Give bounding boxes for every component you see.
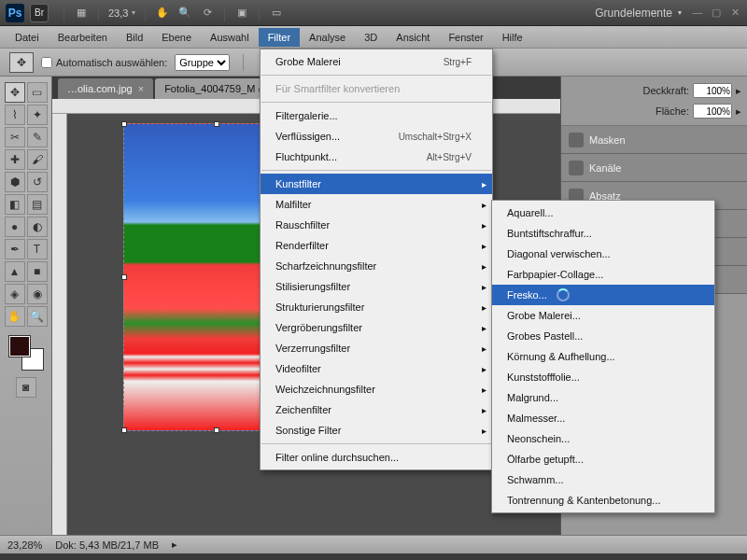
menuitem[interactable]: Verzerrungsfilter — [261, 338, 492, 358]
menuitem[interactable]: Neonschein... — [492, 428, 714, 449]
photoshop-icon: Ps — [6, 4, 24, 22]
menuitem[interactable]: Ölfarbe getupft... — [492, 449, 714, 469]
menuitem[interactable]: Grobe Malerei... — [492, 305, 714, 326]
menuitem[interactable]: Grobes Pastell... — [492, 326, 714, 346]
menuitem[interactable]: Filtergalerie... — [261, 105, 492, 126]
menu-ansicht[interactable]: Ansicht — [387, 28, 439, 47]
top-zoom-select[interactable]: 23,3 — [108, 7, 135, 19]
hand-tool[interactable]: ✋ — [5, 306, 25, 327]
quickmask-tool[interactable]: ◙ — [16, 377, 36, 398]
menu-auswahl[interactable]: Auswahl — [201, 28, 259, 47]
menuitem[interactable]: Malfilter — [261, 194, 492, 215]
status-doc-size[interactable]: Dok: 5,43 MB/21,7 MB — [55, 539, 159, 551]
shape-tool[interactable]: ■ — [27, 261, 48, 282]
menuitem[interactable]: Malmesser... — [492, 408, 714, 428]
bridge-icon[interactable]: Br — [30, 4, 49, 22]
fill-input[interactable] — [693, 104, 732, 119]
menuitem[interactable]: Kunststofffolie... — [492, 367, 714, 387]
screen-mode-icon[interactable]: ▭ — [267, 4, 286, 22]
menuitem[interactable]: Schwamm... — [492, 469, 714, 490]
menu-bearbeiten[interactable]: Bearbeiten — [49, 28, 117, 47]
gradient-tool[interactable]: ▤ — [27, 194, 48, 215]
zoom-tool-icon[interactable]: 🔍 — [176, 4, 194, 22]
menuitem[interactable]: Vergröberungsfilter — [261, 317, 492, 338]
menuitem[interactable]: Fresko... — [492, 285, 714, 305]
move-tool[interactable]: ✥ — [5, 82, 25, 103]
menuitem[interactable]: Stilisierungsfilter — [261, 276, 492, 297]
menuitem[interactable]: Zeichenfilter — [261, 399, 492, 420]
minimize-icon[interactable]: — — [691, 7, 704, 19]
auto-select-mode[interactable]: Gruppe — [175, 54, 230, 71]
menuitem[interactable]: Sonstige Filter — [261, 420, 492, 441]
hand-tool-icon[interactable]: ✋ — [153, 4, 172, 22]
magic-wand-tool[interactable]: ✦ — [27, 105, 48, 125]
menu-bild[interactable]: Bild — [117, 28, 152, 47]
zoom-tool[interactable]: 🔍 — [27, 306, 48, 327]
menuitem[interactable]: Buntstiftschraffur... — [492, 223, 714, 244]
menu-ebene[interactable]: Ebene — [152, 28, 201, 47]
color-swatches[interactable] — [9, 336, 43, 370]
close-icon[interactable]: × — [138, 83, 144, 94]
menu-3d[interactable]: 3D — [355, 28, 387, 47]
3d-tool[interactable]: ◈ — [5, 284, 25, 304]
menuitem[interactable]: Renderfilter — [261, 235, 492, 256]
crop-tool[interactable]: ✂ — [5, 127, 25, 147]
menuitem[interactable]: Verflüssigen...Umschalt+Strg+X — [261, 126, 492, 147]
chevron-right-icon[interactable]: ▸ — [172, 539, 177, 551]
menuitem[interactable]: Fluchtpunkt...Alt+Strg+V — [261, 147, 492, 167]
auto-select-checkbox[interactable]: Automatisch auswählen: — [41, 57, 167, 68]
menu-datei[interactable]: Datei — [6, 28, 49, 47]
menuitem[interactable]: Tontrennung & Kantenbetonung... — [492, 490, 714, 511]
menuitem[interactable]: Strukturierungsfilter — [261, 297, 492, 317]
menu-fenster[interactable]: Fenster — [439, 28, 492, 47]
blur-tool[interactable]: ● — [5, 217, 25, 237]
menuitem[interactable]: Aquarell... — [492, 203, 714, 223]
menuitem[interactable]: Rauschfilter — [261, 215, 492, 235]
chevron-down-icon[interactable]: ▸ — [736, 85, 741, 97]
lasso-tool[interactable]: ⌇ — [5, 105, 25, 125]
type-tool[interactable]: T — [27, 239, 48, 259]
menuitem[interactable]: Scharfzeichnungsfilter — [261, 256, 492, 276]
status-zoom[interactable]: 23,28% — [7, 539, 42, 551]
chevron-down-icon[interactable]: ▸ — [736, 105, 741, 118]
marquee-tool[interactable]: ▭ — [27, 82, 48, 103]
path-select-tool[interactable]: ▲ — [5, 261, 25, 282]
dodge-tool[interactable]: ◐ — [27, 217, 48, 237]
current-tool-move-icon[interactable]: ✥ — [9, 52, 34, 73]
maximize-icon[interactable]: ▢ — [710, 7, 723, 19]
eraser-tool[interactable]: ◧ — [5, 194, 25, 215]
menuitem: Für Smartfilter konvertieren — [261, 78, 492, 99]
foreground-swatch[interactable] — [9, 336, 30, 357]
menuitem[interactable]: Körnung & Aufhellung... — [492, 346, 714, 367]
menu-analyse[interactable]: Analyse — [300, 28, 355, 47]
menuitem[interactable]: Malgrund... — [492, 387, 714, 408]
heal-tool[interactable]: ✚ — [5, 149, 25, 170]
stamp-tool[interactable]: ⬢ — [5, 172, 25, 192]
loading-spinner-icon — [557, 288, 570, 301]
launch-bridge-icon[interactable]: ▦ — [72, 4, 91, 22]
panel-icon — [569, 161, 584, 175]
menu-filter[interactable]: Filter — [259, 28, 300, 47]
eyedropper-tool[interactable]: ✎ — [27, 127, 48, 147]
panel-masken[interactable]: Masken — [561, 126, 747, 154]
menuitem[interactable]: Grobe MalereiStrg+F — [261, 51, 492, 72]
close-icon[interactable]: ✕ — [728, 7, 741, 19]
brush-tool[interactable]: 🖌 — [27, 149, 48, 170]
3d-camera-tool[interactable]: ◉ — [27, 284, 48, 304]
history-brush-tool[interactable]: ↺ — [27, 172, 48, 192]
menuitem[interactable]: Kunstfilter — [261, 174, 492, 194]
menu-hilfe[interactable]: Hilfe — [493, 28, 532, 47]
menuitem[interactable]: Weichzeichnungsfilter — [261, 379, 492, 399]
panel-kanäle[interactable]: Kanäle — [561, 154, 747, 182]
opacity-input[interactable] — [693, 83, 732, 98]
doc-tab[interactable]: …olia.com.jpg× — [58, 78, 153, 99]
menuitem[interactable]: Diagonal verwischen... — [492, 244, 714, 264]
pen-tool[interactable]: ✒ — [5, 239, 25, 259]
menuitem[interactable]: Videofilter — [261, 358, 492, 379]
arrange-docs-icon[interactable]: ▣ — [233, 4, 251, 22]
workspace-selector[interactable]: Grundelemente — [595, 7, 682, 20]
menuitem[interactable]: Filter online durchsuchen... — [261, 447, 492, 468]
opacity-label: Deckkraft: — [642, 85, 689, 96]
rotate-view-icon[interactable]: ⟳ — [198, 4, 217, 22]
menuitem[interactable]: Farbpapier-Collage... — [492, 264, 714, 285]
